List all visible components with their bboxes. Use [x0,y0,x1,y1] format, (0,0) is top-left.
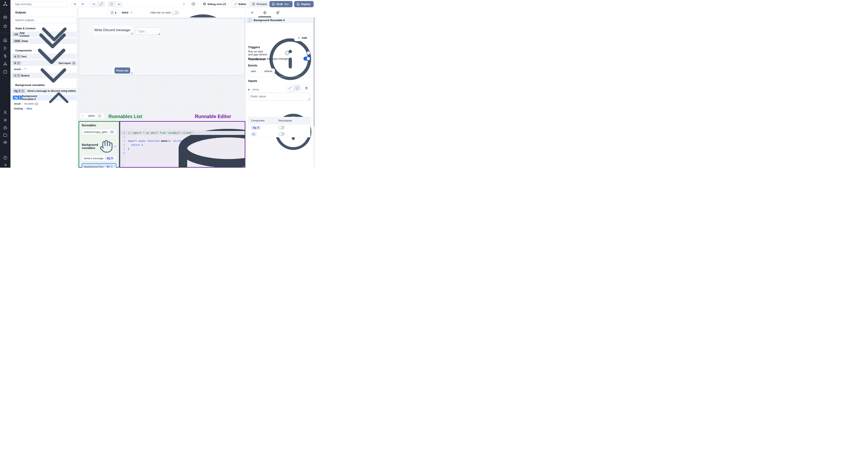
selected-runnable-title: Background Runnable 0 [254,19,285,22]
editor-preview-segment: Editor Preview [231,1,270,7]
insert-component-tab-icon[interactable] [250,11,254,14]
textinput-component[interactable] [136,28,160,35]
add-transformer-button[interactable]: Add [294,35,310,41]
more-menu-icon[interactable] [181,2,186,6]
pointer-hand-icon [99,139,113,153]
selected-runnable-header: ƒ Background Runnable 0 [246,17,313,23]
resize-grip[interactable] [158,33,160,35]
code-line[interactable]: 5} [120,147,245,151]
component-settings-tab-icon[interactable] [263,11,267,14]
preview-label: Preview [256,3,267,6]
windmill-logo-icon[interactable] [3,1,8,7]
chevron-down-icon [130,11,133,14]
output-row-c[interactable]: c Button [10,73,78,78]
app-canvas[interactable]: Write Discord message: Press me − 100% +… [79,18,245,168]
favorites-star-icon[interactable] [3,24,7,28]
code-line[interactable]: 3export async function main(x: string) { [120,139,245,143]
tab-editor[interactable]: Editor [231,1,249,7]
c-recompute-toggle[interactable] [278,132,285,136]
c-link-badge[interactable]: c [251,132,256,136]
c-type-label: Button [21,74,30,77]
theme-brush-tab-icon[interactable] [276,11,279,14]
docs-button[interactable] [188,1,198,7]
state-badge: state [13,39,22,43]
info-icon[interactable] [269,51,305,55]
outputs-scrollbar[interactable] [76,8,78,168]
device-toggle-group [108,1,123,7]
runnable-item-bg1-selected[interactable]: Background Run... bg_1 [82,163,116,168]
runnable-item-bg0[interactable]: Send a message... bg_0 [82,155,116,161]
run-on-start-toggle[interactable] [306,51,310,55]
b-badge: b [13,61,21,65]
expression-mode-fn-icon[interactable]: ƒ [294,85,300,91]
mobile-view-button[interactable] [108,2,115,7]
code-line[interactable]: 2 [120,135,245,139]
tab-preview[interactable]: Preview [249,1,270,7]
zoom-in-button[interactable]: + [97,113,102,118]
schedule-select[interactable]: once [122,11,133,14]
settings-body: Transformer Add Triggers Run on start an… [246,23,313,168]
users-icon[interactable] [3,110,7,114]
chevron-up-icon[interactable] [42,81,76,114]
code-line[interactable]: 1// import * as wmill from "windmill-cli… [120,131,245,135]
variables-dollar-icon[interactable] [3,54,7,58]
static-mode-pencil-icon[interactable] [287,85,293,91]
undo-redo-group [71,1,87,7]
zoom-out-button[interactable]: − [82,114,86,118]
bg0-recompute-toggle[interactable] [278,126,285,129]
canvas-column: 2 once Hide bar on view Author henri@win… [79,8,245,168]
event-chip-refresh[interactable]: refresh [261,68,275,74]
connect-plug-icon[interactable] [302,85,310,91]
column-component: Component [248,119,278,122]
static-value-textarea[interactable] [248,93,310,101]
fullwidth-layout-button[interactable] [98,2,105,7]
event-chip-start[interactable]: start [248,68,258,74]
settings-scrollbar[interactable] [313,17,315,168]
app-summary-input[interactable] [13,1,68,7]
press-me-button[interactable]: Press me [115,67,130,73]
deploy-button[interactable]: Deploy [294,1,314,7]
desktop-view-button[interactable] [116,2,123,7]
output-row-bg1-selected[interactable]: bg_1 Background Runnable 0 [10,95,78,100]
collapse-arrow-icon[interactable] [3,163,7,167]
button-component-wrapper[interactable]: Press me [112,67,133,74]
pointer-hand-icon [17,62,20,64]
bg0-link-badge[interactable]: bg_0 [251,126,261,130]
annotation-runnables-list: Runnables List [108,114,142,119]
runnable-item-scrape[interactable]: u/henri/scrape_githu... c [82,129,116,135]
redo-button[interactable] [79,2,87,7]
text-component[interactable]: Write Discord message: [94,26,133,35]
textarea-resize-grip[interactable] [308,98,310,100]
apps-icon[interactable] [3,15,7,19]
runnable-item-badge: c [110,130,114,134]
debug-runs-label: Debug runs (7) [208,3,226,6]
draft-button[interactable]: Draft ⌘S [270,1,292,7]
resize-grip[interactable] [131,33,133,34]
folders-icon[interactable] [3,133,7,137]
trigger2-label: Recompute on any input changes [248,57,288,60]
runs-play-icon[interactable] [3,46,7,50]
triggers-heading: Triggers [248,45,260,49]
refresh-count-button[interactable]: 2 [108,10,119,16]
audit-eye-icon[interactable] [3,140,7,144]
draft-shortcut: ⌘S [284,3,289,6]
resources-cubes-icon[interactable] [3,62,7,66]
debug-runs-button[interactable]: Debug runs (7) [200,1,228,7]
help-icon[interactable] [3,156,7,160]
schedule-value: once [122,11,128,14]
resize-grip[interactable] [131,72,132,74]
workers-robot-icon[interactable] [3,126,7,130]
home-icon[interactable] [3,38,7,42]
schedules-calendar-icon[interactable] [3,70,7,74]
undo-button[interactable] [71,2,79,7]
runnable-item-badge: bg_0 [105,156,114,160]
code-line[interactable]: 4 return x [120,143,245,147]
code-editor[interactable]: 1// import * as wmill from "windmill-cli… [120,131,245,167]
settings-gear-icon[interactable] [3,118,7,122]
annotation-runnable-editor: Runnable Editor [195,114,231,119]
code-line[interactable]: 6 [120,151,245,155]
recompute-toggle[interactable] [303,57,310,61]
add-background-runnable-button[interactable]: + [114,144,116,149]
bg1-badge: bg_1 [13,96,22,100]
center-layout-button[interactable] [90,2,97,7]
